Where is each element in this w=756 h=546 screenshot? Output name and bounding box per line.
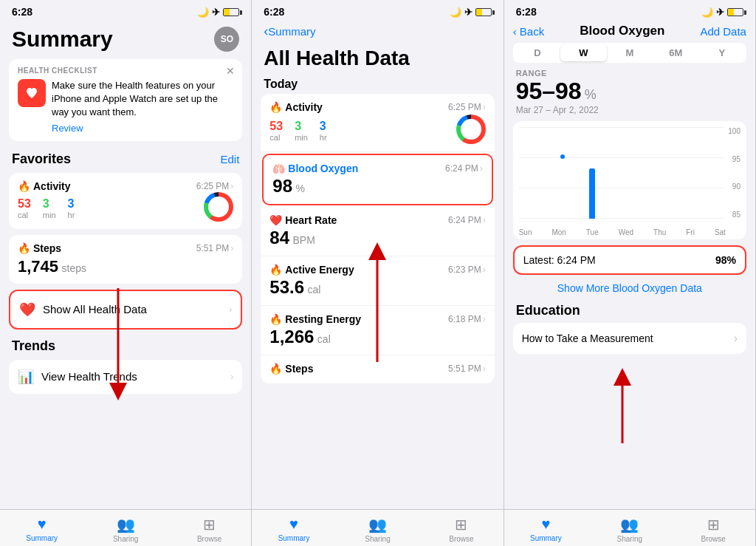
- chevron-icon: ›: [230, 181, 233, 191]
- activity-card[interactable]: 🔥 Activity 6:25 PM › 53 cal 3 min: [9, 173, 242, 229]
- x-label-mon: Mon: [551, 228, 566, 236]
- checklist-label: HEALTH CHECKLIST: [18, 66, 97, 75]
- tab-y[interactable]: Y: [699, 44, 745, 61]
- edit-link[interactable]: Edit: [220, 153, 239, 165]
- resting-energy-unit: cal: [317, 333, 331, 345]
- activity-ring: [204, 192, 233, 222]
- nav-summary-3[interactable]: ♥ Summary: [504, 516, 588, 543]
- chevron: ›: [483, 364, 486, 374]
- nav-browse-label-3: Browse: [701, 535, 726, 543]
- nav-summary-2[interactable]: ♥ Summary: [252, 516, 335, 543]
- latest-reading-card[interactable]: Latest: 6:24 PM 98%: [513, 245, 746, 275]
- health-app-icon: [18, 79, 46, 107]
- active-energy-time: 6:23 PM ›: [448, 265, 486, 275]
- nav-sharing-1[interactable]: 👥 Sharing: [83, 516, 167, 543]
- add-data-button[interactable]: Add Data: [700, 25, 746, 38]
- blood-oxygen-item-highlighted[interactable]: 🫁 Blood Oxygen 6:24 PM › 98 %: [262, 154, 492, 205]
- chart-col-mon: [548, 127, 577, 219]
- back-label: Summary: [268, 25, 315, 38]
- how-to-measure-card[interactable]: How to Take a Measurement ›: [513, 323, 746, 354]
- nav-browse-3[interactable]: ⊞ Browse: [672, 516, 755, 543]
- tab-m[interactable]: M: [607, 44, 653, 61]
- nav-browse-2[interactable]: ⊞ Browse: [419, 516, 503, 543]
- heart-icon: ❤️: [19, 301, 35, 318]
- education-section: Education: [504, 298, 755, 320]
- active-energy-item[interactable]: 🔥 Active Energy 6:23 PM › 53.6 cal: [261, 256, 494, 306]
- today-label: Today: [252, 75, 503, 94]
- heart-nav-icon-2: ♥: [289, 516, 298, 533]
- checklist-body: Make sure the Health features on your iP…: [18, 79, 233, 134]
- x-label-wed: Wed: [619, 228, 633, 236]
- avatar[interactable]: SO: [214, 27, 239, 52]
- panel-summary: 6:28 🌙 ✈ Summary SO HEALTH CHECKLIST ✕: [0, 0, 252, 546]
- close-button[interactable]: ✕: [226, 65, 235, 77]
- activity-metrics: 53 cal 3 min 3 hr: [18, 197, 75, 219]
- chart-x-axis: Sun Mon Tue Wed Thu Fri Sat: [519, 228, 726, 236]
- trends-header: Trends: [0, 332, 251, 357]
- active-energy-unit: cal: [308, 284, 321, 296]
- sharing-nav-icon-3: 👥: [620, 516, 639, 533]
- latest-label: Latest: 6:24 PM: [523, 254, 596, 266]
- show-more-link[interactable]: Show More Blood Oxygen Data: [504, 278, 755, 298]
- airplane-icon: ✈: [212, 7, 220, 18]
- y-label-85: 85: [732, 211, 740, 219]
- heart-rate-item[interactable]: ❤️ Heart Rate 6:24 PM › 84 BPM: [261, 207, 494, 256]
- exercise-value: 3: [43, 197, 56, 211]
- nav-browse-label-2: Browse: [449, 535, 473, 543]
- nav-sharing-label-2: Sharing: [365, 535, 390, 543]
- activity-item[interactable]: 🔥 Activity 6:25 PM › 53 cal: [261, 94, 494, 152]
- view-health-trends[interactable]: 📊 View Health Trends ›: [9, 360, 242, 394]
- activity-label: 🔥 Activity: [18, 180, 71, 192]
- x-label-thu: Thu: [653, 228, 666, 236]
- resting-energy-item[interactable]: 🔥 Resting Energy 6:18 PM › 1,266 cal: [261, 306, 494, 355]
- favorites-header: Favorites Edit: [0, 146, 251, 170]
- show-all-health-data[interactable]: ❤️ Show All Health Data ›: [9, 290, 242, 330]
- chevron: ›: [483, 215, 486, 225]
- move-unit: cal: [18, 211, 31, 219]
- time-1: 6:28: [12, 6, 32, 18]
- range-numbers: 95–98: [516, 78, 582, 105]
- nav-sharing-2[interactable]: 👥 Sharing: [336, 516, 419, 543]
- moon-icon: 🌙: [197, 7, 209, 18]
- exercise-unit: min: [43, 211, 56, 219]
- chart-col-sun: [519, 127, 549, 219]
- status-icons-1: 🌙 ✈: [197, 7, 239, 18]
- steps-item[interactable]: 🔥 Steps 5:51 PM ›: [261, 355, 494, 383]
- panel2-back-nav: ‹ Summary: [252, 21, 503, 44]
- moon-icon-3: 🌙: [701, 7, 713, 18]
- tab-d[interactable]: D: [515, 44, 560, 61]
- steps-unit: steps: [62, 262, 86, 274]
- steps-item-name: 🔥 Steps: [269, 363, 313, 375]
- back-to-summary[interactable]: ‹ Summary: [264, 24, 315, 39]
- steps-card[interactable]: 🔥 Steps 5:51 PM › 1,745 steps: [9, 235, 242, 284]
- resting-energy-name: 🔥 Resting Energy: [269, 313, 361, 325]
- y-label-90: 90: [732, 182, 740, 191]
- status-bar-1: 6:28 🌙 ✈: [0, 0, 251, 21]
- bottom-nav-2: ♥ Summary 👥 Sharing ⊞ Browse: [252, 509, 503, 546]
- nav-browse-1[interactable]: ⊞ Browse: [168, 516, 251, 543]
- back-button[interactable]: ‹ Back: [513, 25, 545, 38]
- nav-summary-label-2: Summary: [278, 534, 310, 542]
- panel-all-health: 6:28 🌙 ✈ ‹ Summary All Health Data Today: [252, 0, 504, 546]
- steps-item-time: 5:51 PM ›: [448, 364, 486, 374]
- chevron-icon-steps: ›: [230, 243, 233, 253]
- tab-6m[interactable]: 6M: [653, 44, 698, 61]
- nav-sharing-3[interactable]: 👥 Sharing: [588, 516, 671, 543]
- sharing-nav-icon: 👥: [117, 516, 135, 533]
- tab-w[interactable]: W: [560, 44, 606, 61]
- nav-summary-1[interactable]: ♥ Summary: [0, 516, 83, 543]
- blood-oxygen-value: 98: [272, 176, 292, 196]
- moon-icon-2: 🌙: [450, 7, 461, 18]
- x-label-sat: Sat: [715, 228, 726, 236]
- chart-col-fri: [665, 127, 695, 219]
- review-link[interactable]: Review: [52, 123, 233, 134]
- nav-browse-label: Browse: [197, 535, 221, 543]
- status-icons-2: 🌙 ✈: [450, 7, 492, 18]
- blood-oxygen-nav: ‹ Back Blood Oxygen Add Data: [504, 21, 755, 43]
- panel1-content: Summary SO HEALTH CHECKLIST ✕ Make sure …: [0, 21, 251, 509]
- blood-oxygen-chart: 100 95 90 85: [513, 121, 746, 239]
- chevron-education: ›: [734, 332, 738, 345]
- trends-title: Trends: [12, 338, 55, 354]
- back-chevron-3: ‹: [513, 25, 517, 38]
- panel2-content: ‹ Summary All Health Data Today 🔥 Activi…: [252, 21, 503, 509]
